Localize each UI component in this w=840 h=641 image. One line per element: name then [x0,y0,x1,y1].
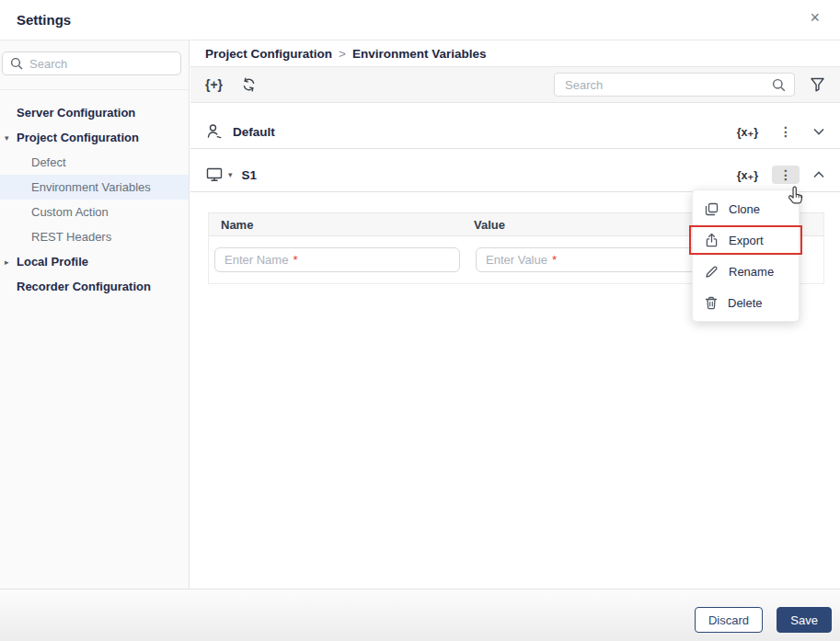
user-icon [206,123,224,140]
env-search-input[interactable] [565,78,772,92]
settings-sidebar: Server Configuration ▾ Project Configura… [0,40,190,589]
variable-set-row-s1[interactable]: ▾ S1 {x₊} ⋮ [190,158,840,192]
search-icon [10,57,23,70]
sidebar-item-rest-headers[interactable]: REST Headers [0,224,189,249]
sidebar-item-defect[interactable]: Defect [0,150,189,175]
name-input[interactable]: Enter Name * [214,247,460,272]
discard-button[interactable]: Discard [695,607,763,633]
save-button[interactable]: Save [777,607,832,633]
kebab-menu-icon[interactable]: ⋮ [772,122,800,141]
breadcrumb-project-configuration[interactable]: Project Configuration [205,47,332,61]
menu-item-clone[interactable]: Clone [693,193,799,224]
variable-set-name: S1 [242,168,258,182]
refresh-icon[interactable] [241,77,257,92]
value-input[interactable]: Enter Value * [476,247,721,272]
sidebar-item-project-configuration[interactable]: ▾ Project Configuration [0,125,189,150]
chevron-down-icon[interactable] [813,128,824,135]
close-icon[interactable]: × [810,9,820,26]
window-header: Settings × [0,0,840,40]
sidebar-item-environment-variables[interactable]: Environment Variables [0,175,189,200]
clone-icon [705,202,719,216]
filter-icon[interactable] [810,77,825,92]
pencil-icon [705,265,719,279]
menu-item-rename[interactable]: Rename [693,256,799,287]
breadcrumb: Project Configuration > Environment Vari… [190,40,840,67]
required-marker: * [552,253,557,267]
add-variable-icon[interactable]: {x₊} [737,125,758,139]
add-variable-set-icon[interactable]: {+} [205,77,223,92]
export-icon [705,233,719,247]
sidebar-item-custom-action[interactable]: Custom Action [0,200,189,224]
expand-arrow-icon[interactable]: ▾ [5,132,9,145]
env-search-box[interactable] [554,73,795,97]
column-header-name: Name [209,218,474,232]
kebab-menu-icon[interactable]: ⋮ [772,166,800,184]
chevron-up-icon[interactable] [813,171,824,178]
variable-set-row-default[interactable]: Default {x₊} ⋮ [190,115,840,149]
dialog-title: Settings [17,12,71,28]
trash-icon [705,296,718,310]
sidebar-search-box[interactable] [2,52,181,75]
menu-item-delete[interactable]: Delete [693,287,799,318]
sidebar-item-local-profile[interactable]: ▸ Local Profile [0,249,189,274]
sidebar-divider [0,89,189,90]
breadcrumb-environment-variables: Environment Variables [352,47,487,61]
value-input-placeholder: Enter Value [486,253,547,267]
collapse-arrow-icon[interactable]: ▸ [5,256,9,269]
caret-down-icon[interactable]: ▾ [228,170,233,179]
required-marker: * [293,253,297,267]
breadcrumb-separator: > [339,47,346,61]
env-toolbar: {+} [190,67,840,103]
name-input-placeholder: Enter Name [224,253,288,267]
search-icon [772,78,786,92]
sidebar-search-input[interactable] [29,57,173,71]
menu-item-export[interactable]: Export [693,224,799,256]
dialog-footer: Discard Save [0,589,840,641]
settings-nav: Server Configuration ▾ Project Configura… [0,100,189,299]
add-variable-icon[interactable]: {x₊} [737,168,758,182]
monitor-icon [206,167,223,182]
sidebar-item-recorder-configuration[interactable]: Recorder Configuration [0,274,189,299]
variable-set-context-menu: Clone Export Rename D [692,189,800,322]
sidebar-item-server-configuration[interactable]: Server Configuration [0,100,189,125]
variable-set-name: Default [233,125,275,139]
